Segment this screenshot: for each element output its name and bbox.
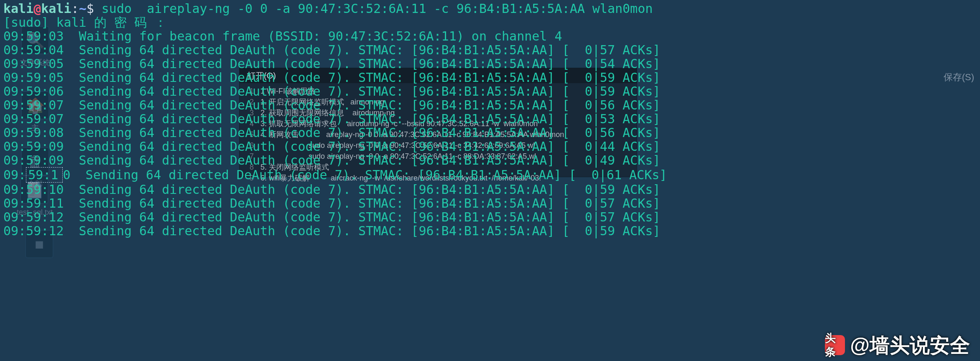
watermark-text: @墙头说安全 [850,338,970,352]
watermark-logo-icon: 头条 [825,335,845,355]
terminal[interactable]: kali@kali:~$ sudo aireplay-ng -0 0 -a 90… [0,0,980,361]
watermark: 头条 @墙头说安全 [825,335,970,355]
